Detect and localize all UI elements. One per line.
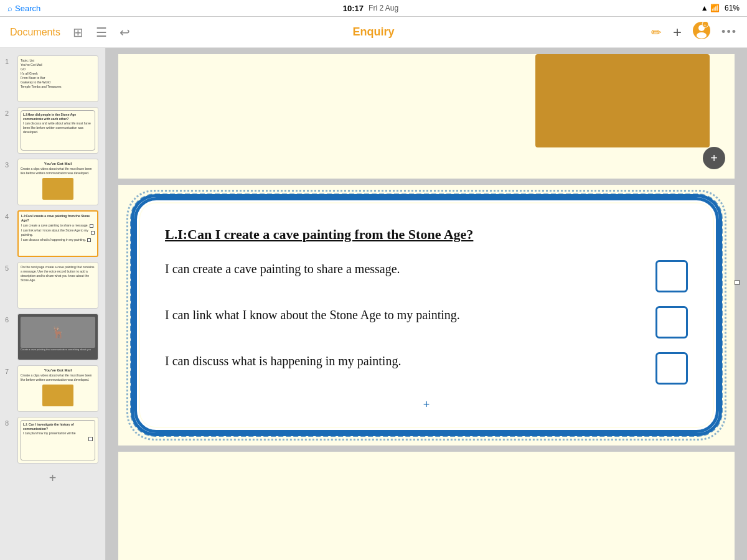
- battery-icon: 61%: [725, 4, 740, 12]
- status-time: 10:17: [343, 4, 364, 13]
- li-card: L.I:Can I create a cave painting from th…: [137, 200, 716, 430]
- slide-thumb-5[interactable]: 5 On the next page create a cave paintin…: [0, 259, 105, 311]
- slide-content-area: + L.I:Can I create a cave painting from …: [106, 48, 747, 560]
- li-item-3-text: I can discuss what is happening in my pa…: [165, 352, 655, 370]
- wifi-icon: ▲ 📶: [701, 4, 720, 12]
- slide-thumb-6[interactable]: 6 🦌 Create a cave painting that communic…: [0, 311, 105, 363]
- slide-page-bottom: [118, 452, 735, 560]
- main-layout: 1 Topic: ListYou've Got MailGOIt's all G…: [0, 48, 747, 560]
- slide-number-1: 1: [5, 58, 14, 65]
- slide-preview-5: On the next page create a cave painting …: [17, 262, 98, 309]
- pen-tool-icon[interactable]: ✏: [651, 25, 662, 40]
- add-item-button[interactable]: +: [165, 398, 688, 411]
- profile-icon[interactable]: +: [693, 22, 710, 42]
- add-slide-icon: +: [49, 471, 57, 485]
- slide-thumb-7[interactable]: 7 You've Got Mail Create a clips video a…: [0, 363, 105, 414]
- search-label: Search: [15, 4, 40, 13]
- undo-icon[interactable]: ↩: [120, 25, 130, 40]
- cave-image: 🦌: [51, 325, 65, 339]
- slide-number-8: 8: [5, 419, 14, 427]
- slide-number-3: 3: [5, 161, 14, 169]
- slide-thumb-1[interactable]: 1 Topic: ListYou've Got MailGOIt's all G…: [0, 53, 105, 105]
- documents-button[interactable]: Documents: [10, 27, 60, 38]
- svg-text:+: +: [703, 22, 707, 28]
- li-checkbox-2[interactable]: [655, 306, 688, 338]
- slide-number-7: 7: [5, 368, 14, 375]
- li-checkbox-1[interactable]: [655, 260, 688, 292]
- list-view-icon[interactable]: ☰: [96, 25, 107, 40]
- add-circle-icon: +: [710, 151, 718, 166]
- slide-thumb-4[interactable]: 4 L.I:Can I create a cave painting from …: [0, 208, 105, 259]
- toolbar: Documents ⊞ ☰ ↩ Enquiry ✏ + + •••: [0, 17, 747, 48]
- li-item-3: I can discuss what is happening in my pa…: [165, 352, 688, 385]
- slide-preview-2: L.I:How did people in the Stone Age comm…: [17, 107, 98, 154]
- slide-number-6: 6: [5, 316, 14, 324]
- slide-preview-7: You've Got Mail Create a clips video abo…: [17, 365, 98, 412]
- slide-thumb-3[interactable]: 3 You've Got Mail Create a clips video a…: [0, 156, 105, 208]
- slide-preview-3: You've Got Mail Create a clips video abo…: [17, 159, 98, 205]
- grid-view-icon[interactable]: ⊞: [73, 25, 83, 40]
- slide-preview-4: L.I:Can I create a cave painting from th…: [17, 210, 98, 257]
- svg-point-2: [697, 32, 707, 39]
- add-slide-button[interactable]: +: [0, 466, 105, 490]
- slide-preview-8: L.I: Can I investigate the history of co…: [17, 417, 98, 464]
- li-item-2-text: I can link what I know about the Stone A…: [165, 306, 655, 324]
- li-checkbox-3[interactable]: [655, 352, 688, 385]
- slide-preview-1: Topic: ListYou've Got MailGOIt's all Gre…: [17, 55, 98, 102]
- li-item-1: I can create a cave painting to share a …: [165, 260, 688, 292]
- slide-thumb-2[interactable]: 2 L.I:How did people in the Stone Age co…: [0, 105, 105, 156]
- search-button[interactable]: ⌕ Search: [7, 4, 40, 13]
- slide-number-5: 5: [5, 264, 14, 272]
- slide-panel[interactable]: 1 Topic: ListYou've Got MailGOIt's all G…: [0, 48, 106, 560]
- more-options-icon[interactable]: •••: [721, 26, 737, 39]
- li-item-1-text: I can create a cave painting to share a …: [165, 260, 655, 278]
- status-bar: ⌕ Search 10:17 Fri 2 Aug ▲ 📶 61%: [0, 0, 747, 17]
- search-icon: ⌕: [7, 4, 12, 13]
- slide-preview-6: 🦌 Create a cave painting that communicat…: [17, 314, 98, 360]
- envelope-image: [535, 54, 710, 147]
- li-title: L.I:Can I create a cave painting from th…: [165, 225, 688, 245]
- add-content-button[interactable]: +: [703, 147, 725, 169]
- add-icon[interactable]: +: [673, 24, 682, 41]
- slide-thumb-8[interactable]: 8 L.I: Can I investigate the history of …: [0, 414, 105, 466]
- status-date: Fri 2 Aug: [369, 4, 398, 12]
- li-item-2: I can link what I know about the Stone A…: [165, 306, 688, 338]
- slide-page-top: +: [118, 54, 735, 179]
- slide-number-4: 4: [5, 213, 14, 220]
- slide-page-main: L.I:Can I create a cave painting from th…: [118, 185, 735, 446]
- slide-number-2: 2: [5, 110, 14, 117]
- presentation-title: Enquiry: [352, 26, 394, 39]
